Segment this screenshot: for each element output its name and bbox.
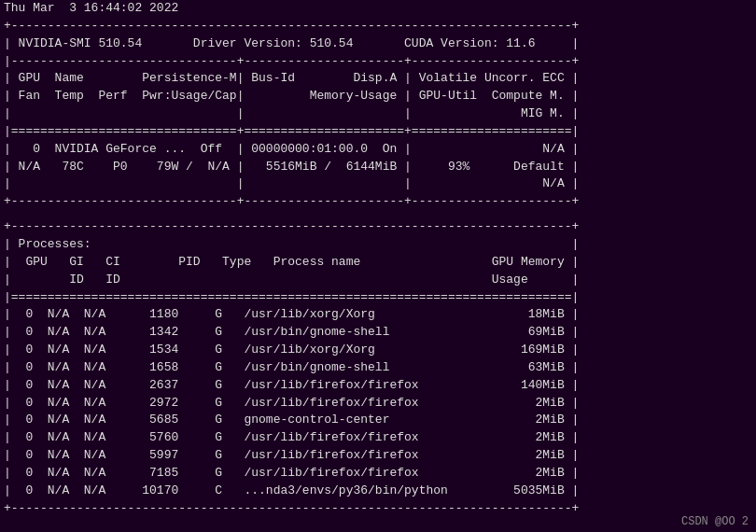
process-row: | 0 N/A N/A 1342 G /usr/bin/gnome-shell … — [0, 324, 756, 342]
process-row: | 0 N/A N/A 1658 G /usr/bin/gnome-shell … — [0, 359, 756, 377]
process-row: | 0 N/A N/A 2637 G /usr/lib/firefox/fire… — [0, 377, 756, 395]
divider-mid1: |-------------------------------+-------… — [0, 53, 756, 71]
process-row: | 0 N/A N/A 1180 G /usr/lib/xorg/Xorg 18… — [0, 306, 756, 324]
section-gap — [0, 211, 756, 218]
nvidia-smi-header: | NVIDIA-SMI 510.54 Driver Version: 510.… — [0, 35, 756, 53]
gpu0-line1: | 0 NVIDIA GeForce ... Off | 00000000:01… — [0, 141, 756, 159]
proc-divider-bot: +---------------------------------------… — [0, 500, 756, 518]
proc-col1: | GPU GI CI PID Type Process name GPU Me… — [0, 254, 756, 272]
proc-header: | Processes: | — [0, 236, 756, 254]
proc-divider-top: +---------------------------------------… — [0, 218, 756, 236]
divider-top: +---------------------------------------… — [0, 18, 756, 35]
process-row: | 0 N/A N/A 5685 G gnome-control-center … — [0, 412, 756, 429]
gpu0-line3: | | | N/A | — [0, 175, 756, 193]
divider-double: |===============================+=======… — [0, 123, 756, 141]
process-row: | 0 N/A N/A 2972 G /usr/lib/firefox/fire… — [0, 395, 756, 413]
process-row: | 0 N/A N/A 5997 G /usr/lib/firefox/fire… — [0, 447, 756, 465]
timestamp-line: Thu Mar 3 16:44:02 2022 — [0, 0, 756, 18]
col-header3: | | | MIG M. | — [0, 105, 756, 123]
divider-bot: +-------------------------------+-------… — [0, 193, 756, 211]
process-row: | 0 N/A N/A 5760 G /usr/lib/firefox/fire… — [0, 429, 756, 447]
watermark: CSDN @OO 2 — [681, 515, 749, 528]
process-row: | 0 N/A N/A 7185 G /usr/lib/firefox/fire… — [0, 465, 756, 483]
proc-col2: | ID ID Usage | — [0, 272, 756, 289]
gpu0-line2: | N/A 78C P0 79W / N/A | 5516MiB / 6144M… — [0, 159, 756, 176]
col-header1: | GPU Name Persistence-M| Bus-Id Disp.A … — [0, 70, 756, 88]
process-row: | 0 N/A N/A 10170 C ...nda3/envs/py36/bi… — [0, 483, 756, 500]
proc-double: |=======================================… — [0, 289, 756, 307]
terminal-window: Thu Mar 3 16:44:02 2022 +---------------… — [0, 0, 756, 532]
process-list: | 0 N/A N/A 1180 G /usr/lib/xorg/Xorg 18… — [0, 306, 756, 499]
process-row: | 0 N/A N/A 1534 G /usr/lib/xorg/Xorg 16… — [0, 342, 756, 359]
col-header2: | Fan Temp Perf Pwr:Usage/Cap| Memory-Us… — [0, 88, 756, 105]
